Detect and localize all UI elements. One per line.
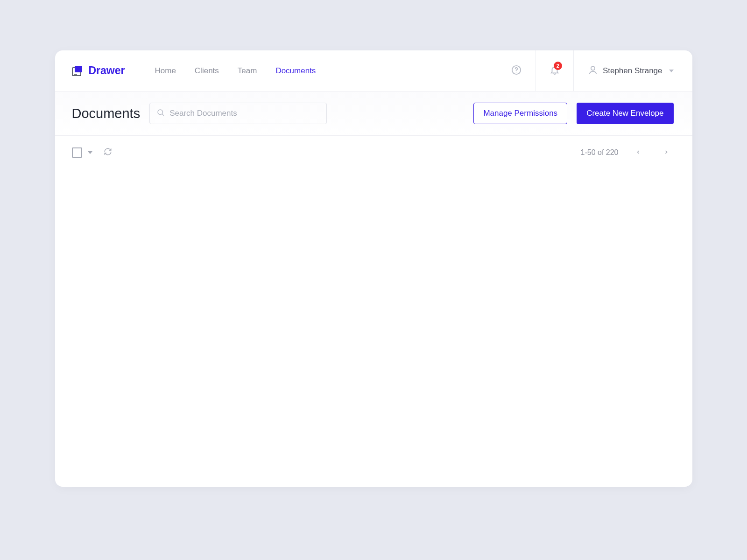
search-icon <box>156 108 165 119</box>
svg-line-7 <box>162 114 164 116</box>
brand-logo-icon <box>72 65 83 77</box>
next-page-button[interactable] <box>659 145 674 160</box>
app-window: Drawer Home Clients Team Documents <box>55 50 692 487</box>
user-avatar-icon <box>588 65 598 77</box>
pagination-label: 1-50 of 220 <box>581 148 619 157</box>
svg-point-5 <box>591 66 595 70</box>
topbar: Drawer Home Clients Team Documents <box>55 50 692 91</box>
help-icon <box>511 65 521 77</box>
brand[interactable]: Drawer <box>72 64 125 77</box>
subheader: Documents Manage Permissions Create New … <box>55 91 692 135</box>
select-menu-caret-icon[interactable] <box>88 151 92 154</box>
chevron-down-icon <box>669 70 674 72</box>
manage-permissions-button[interactable]: Manage Permissions <box>473 103 567 124</box>
list-toolbar: 1-50 of 220 <box>55 135 692 169</box>
refresh-button[interactable] <box>104 147 112 158</box>
notification-badge: 2 <box>554 62 562 70</box>
search-field[interactable] <box>149 103 327 124</box>
chevron-right-icon <box>663 148 669 157</box>
nav-home[interactable]: Home <box>155 66 176 76</box>
svg-point-6 <box>158 110 163 115</box>
nav-team[interactable]: Team <box>238 66 257 76</box>
nav-documents[interactable]: Documents <box>275 66 316 76</box>
search-input[interactable] <box>169 109 320 118</box>
svg-point-4 <box>516 71 517 72</box>
prev-page-button[interactable] <box>631 145 646 160</box>
topbar-right: 2 Stephen Strange <box>497 50 674 91</box>
select-all-checkbox[interactable] <box>72 147 82 158</box>
user-menu[interactable]: Stephen Strange <box>574 65 674 77</box>
user-name: Stephen Strange <box>603 66 662 76</box>
main-nav: Home Clients Team Documents <box>155 66 316 76</box>
svg-rect-1 <box>75 66 82 72</box>
create-envelope-button[interactable]: Create New Envelope <box>577 103 673 124</box>
help-button[interactable] <box>497 50 536 91</box>
nav-clients[interactable]: Clients <box>195 66 219 76</box>
page-title: Documents <box>72 106 141 121</box>
notifications-button[interactable]: 2 <box>536 50 574 91</box>
documents-list-empty <box>55 169 692 487</box>
chevron-left-icon <box>635 148 641 157</box>
brand-name: Drawer <box>89 64 125 77</box>
